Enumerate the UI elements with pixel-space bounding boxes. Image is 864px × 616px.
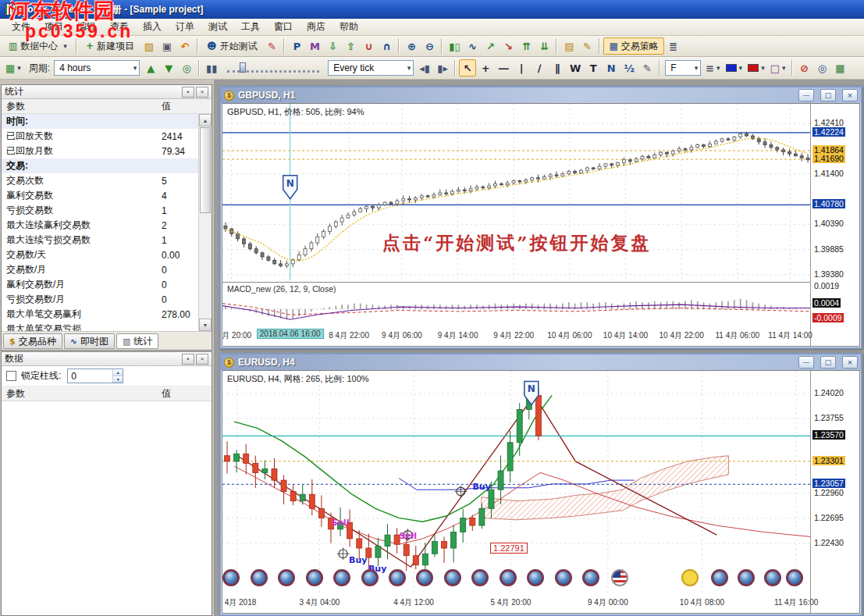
pause-icon[interactable]: ▮▮ [203,59,220,77]
scroll-down-icon[interactable]: ▼ [199,319,212,331]
step-back-icon[interactable]: ◂▮ [416,59,433,77]
chevron-down-icon[interactable]: ▾ [739,64,743,72]
crosshair-tool-icon[interactable]: + [477,59,494,77]
lock-bar-checkbox[interactable] [6,371,16,381]
news-globe-icon[interactable] [222,569,240,586]
panel-close-icon[interactable]: × [196,354,208,365]
page-p-icon[interactable]: P [288,37,305,55]
notes-icon[interactable]: ✎ [578,37,596,55]
chart-down-icon[interactable]: ↘ [500,37,517,55]
restore-icon[interactable]: □ [820,356,836,369]
start-test-button[interactable]: ☻开始测试 [201,37,263,55]
chevron-down-icon[interactable]: ▾ [716,64,720,72]
menu-item-4[interactable]: 插入 [136,19,169,35]
news-globe-icon[interactable] [582,569,599,586]
news-globe-icon[interactable] [389,569,406,586]
news-globe-icon[interactable] [444,569,461,586]
close-icon[interactable]: × [842,356,858,369]
chevron-down-icon[interactable]: ▾ [17,64,21,72]
chevron-down-icon[interactable]: ▾ [407,64,411,72]
scrollbar-thumb[interactable] [200,127,211,213]
speed-slider[interactable] [227,63,319,73]
magnet-near-icon[interactable]: ∪ [360,37,377,55]
spin-down-icon[interactable]: ▾ [113,376,123,383]
note-marker-icon[interactable]: N [603,59,620,77]
chart-candles-icon[interactable]: ▮▯ [446,37,463,55]
panel-menu-icon[interactable]: ▪ [182,354,194,365]
apply-up-icon[interactable]: ⇧ [342,37,359,55]
news-globe-icon[interactable] [500,569,517,586]
restore-icon[interactable]: □ [820,89,836,101]
new-chart-icon[interactable]: ▦▾ [3,59,23,77]
zoom-out-icon[interactable]: ⊖ [421,37,438,55]
wave-tool-icon[interactable]: W [567,59,584,77]
strategy-button[interactable]: ▦交易策略 [603,37,663,55]
undo-icon[interactable]: ↶ [176,37,194,55]
news-globe-icon[interactable] [278,569,295,586]
menu-item-0[interactable]: 文件 [5,19,37,35]
strategy-list-icon[interactable]: ≣ [665,37,682,55]
panel-menu-icon[interactable]: ▪ [182,87,194,98]
menu-item-9[interactable]: 商店 [300,19,332,35]
menu-item-2[interactable]: 编辑 [70,19,103,35]
menu-item-1[interactable]: 项目 [37,19,70,35]
hline-tool-icon[interactable]: ― [495,59,512,77]
vline-tool-icon[interactable]: | [513,59,530,77]
minimize-icon[interactable]: — [798,356,814,369]
chevron-down-icon[interactable]: ▾ [63,42,67,50]
news-globe-icon[interactable] [786,569,803,586]
spinner-buttons[interactable]: ▴ ▾ [112,369,123,383]
news-globe-icon[interactable] [471,569,489,586]
text-tool-icon[interactable]: T [585,59,602,77]
chevron-down-icon[interactable]: ▾ [782,64,786,72]
menu-item-10[interactable]: 帮助 [332,19,365,35]
apply-template-icon[interactable]: ▦ [832,59,849,77]
scale-down-icon[interactable]: ⇊ [535,37,553,55]
news-globe-icon[interactable] [333,569,350,586]
news-globe-icon[interactable] [555,569,572,586]
line-color-swatch[interactable]: ▾ [724,59,745,77]
spin-up-icon[interactable]: ▴ [113,369,123,376]
shapes-icon[interactable]: □▾ [768,59,788,77]
target-icon[interactable]: ◎ [814,59,831,77]
edit-test-icon[interactable]: ✎ [263,37,280,55]
speed-slider-handle[interactable] [240,62,246,73]
tab-symbols[interactable]: $交易品种 [3,333,62,349]
us-flag-icon[interactable] [611,569,628,586]
draw-tool-icon[interactable]: ✎ [638,59,656,77]
apply-down-icon[interactable]: ⇩ [324,37,341,55]
news-globe-icon[interactable] [416,569,433,586]
chevron-down-icon[interactable]: ▾ [761,64,765,72]
tab-tick-chart[interactable]: ∿即时图 [64,333,115,349]
channel-tool-icon[interactable]: ∥ [549,59,566,77]
chart-line-icon[interactable]: ∿ [464,37,481,55]
statistics-scrollbar[interactable]: ▲ ▼ [198,114,212,331]
close-icon[interactable]: × [842,89,858,101]
period-up-icon[interactable]: ▲ [142,59,159,77]
step-forward-icon[interactable]: ▮▸ [434,59,451,77]
tick-mode-select[interactable]: Every tick▾ [328,60,414,76]
news-globe-icon[interactable] [361,569,379,586]
panel-close-icon[interactable]: × [196,87,208,98]
new-project-button[interactable]: +新建项目 [80,37,140,55]
line-style-icon[interactable]: ≡▾ [703,59,722,77]
menu-item-8[interactable]: 窗口 [267,19,300,35]
lock-bar-value[interactable]: 0 [68,369,112,383]
copy-project-icon[interactable]: ▣ [158,37,176,55]
news-globe-icon[interactable] [764,569,781,586]
minimize-icon[interactable]: — [798,89,814,101]
menu-item-3[interactable]: 查看 [103,19,136,35]
menu-item-7[interactable]: 工具 [234,19,267,35]
journal-icon[interactable]: ▤ [560,37,578,55]
scroll-up-icon[interactable]: ▲ [199,114,212,126]
news-globe-icon[interactable] [711,569,728,586]
trendline-tool-icon[interactable]: ∕ [531,59,548,77]
chevron-down-icon[interactable]: ▾ [695,64,699,72]
news-globe-icon[interactable] [527,569,544,586]
open-project-icon[interactable]: ▨ [140,37,158,55]
chevron-down-icon[interactable]: ▾ [133,64,137,72]
page-m-icon[interactable]: M [306,37,323,55]
cursor-tool-icon[interactable]: ↖ [459,59,476,77]
chart-window-titlebar[interactable]: $ EURUSD, H4 — □ × [221,354,861,370]
font-select[interactable]: F▾ [665,60,701,76]
